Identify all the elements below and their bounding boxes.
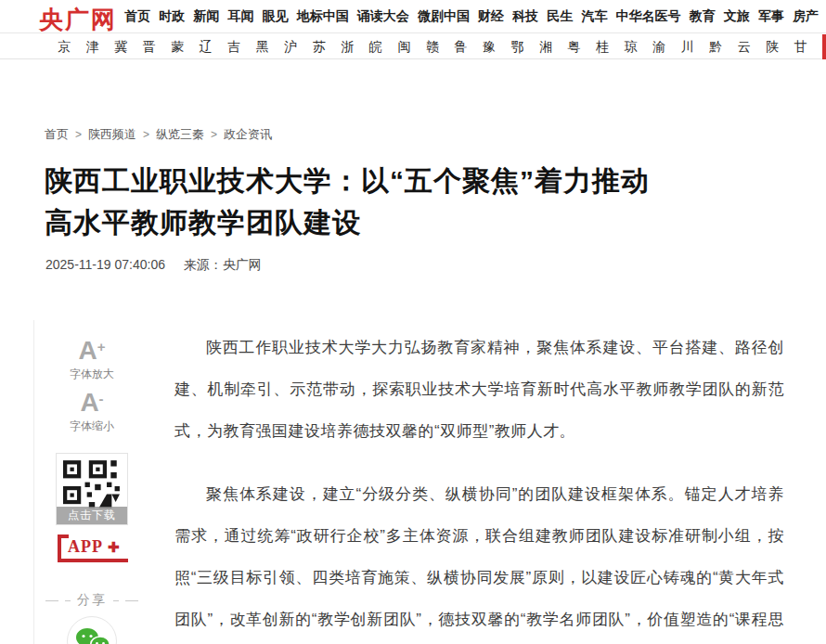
region-shaanxi[interactable]: 陕 <box>766 39 779 56</box>
article-meta: 2025-11-19 07:40:06 来源：央广网 <box>45 257 262 274</box>
app-download-button[interactable]: APP ✚ <box>58 535 128 562</box>
nav-item-livelihood[interactable]: 民生 <box>547 8 573 25</box>
region-zhejiang[interactable]: 浙 <box>341 39 354 56</box>
region-sichuan[interactable]: 川 <box>681 39 694 56</box>
share-divider-line <box>125 600 138 601</box>
region-guizhou[interactable]: 黔 <box>709 39 722 56</box>
region-hebei[interactable]: 冀 <box>114 39 127 56</box>
top-navbar: 央广网 首页 时政 新闻 耳闻 眼见 地标中国 诵读大会 微剧中国 财经 科技 … <box>0 0 826 33</box>
article-paragraph: 聚焦体系建设，建立“分级分类、纵横协同”的团队建设框架体系。锚定人才培养需求，通… <box>174 473 784 644</box>
nav-item-microdrama[interactable]: 微剧中国 <box>418 8 470 25</box>
share-divider-line <box>113 600 119 601</box>
nav-item-education[interactable]: 教育 <box>690 8 716 25</box>
wechat-icon <box>66 615 118 644</box>
region-jilin[interactable]: 吉 <box>227 39 240 56</box>
region-gansu[interactable]: 甘 <box>794 39 807 56</box>
breadcrumb-sanqin[interactable]: 纵览三秦 <box>156 126 204 143</box>
region-anhui[interactable]: 皖 <box>369 39 382 56</box>
region-tianjin[interactable]: 津 <box>86 39 99 56</box>
nav-item-politics[interactable]: 时政 <box>159 8 185 25</box>
region-neimenggu[interactable]: 蒙 <box>171 39 184 56</box>
nav-item-news[interactable]: 新闻 <box>193 8 219 25</box>
font-shrink-label: 字体缩小 <box>41 419 143 434</box>
app-logo-bracket <box>58 535 69 538</box>
breadcrumb-separator: > <box>211 128 217 141</box>
region-guangdong[interactable]: 粤 <box>568 39 581 56</box>
region-yunnan[interactable]: 云 <box>738 39 751 56</box>
region-shandong[interactable]: 鲁 <box>454 39 467 56</box>
nav-item-audio[interactable]: 耳闻 <box>227 8 253 25</box>
region-jiangxi[interactable]: 赣 <box>426 39 439 56</box>
region-jiangsu[interactable]: 苏 <box>313 39 326 56</box>
right-edge-accent <box>822 34 826 59</box>
region-liaoning[interactable]: 辽 <box>200 39 213 56</box>
breadcrumb: 首页 > 陕西频道 > 纵览三秦 > 政企资讯 <box>45 126 272 143</box>
breadcrumb-gov-biz-news[interactable]: 政企资讯 <box>224 126 272 143</box>
font-shrink-symbol: A- <box>41 386 143 416</box>
breadcrumb-shaanxi-channel[interactable]: 陕西频道 <box>88 126 136 143</box>
nav-item-doctors[interactable]: 中华名医号 <box>616 8 681 25</box>
nav-item-video[interactable]: 眼见 <box>263 8 289 25</box>
nav-item-auto[interactable]: 汽车 <box>581 8 607 25</box>
font-enlarge-button[interactable]: A+ 字体放大 <box>41 334 143 382</box>
region-nav: 京 津 冀 晋 蒙 辽 吉 黑 沪 苏 浙 皖 闽 赣 鲁 豫 鄂 湘 粤 桂 … <box>58 34 807 59</box>
region-navbar: 京 津 冀 晋 蒙 辽 吉 黑 沪 苏 浙 皖 闽 赣 鲁 豫 鄂 湘 粤 桂 … <box>0 34 826 59</box>
nav-item-property[interactable]: 房产 <box>793 8 819 25</box>
article-source: 来源：央广网 <box>184 257 262 272</box>
app-download-qr[interactable]: 点击下载 <box>56 453 128 525</box>
share-label: 分享 <box>77 592 107 609</box>
article-body: 陕西工作职业技术大学大力弘扬教育家精神，聚焦体系建设、平台搭建、路径创建、机制牵… <box>174 327 784 644</box>
region-guangxi[interactable]: 桂 <box>596 39 609 56</box>
article-title: 陕西工业职业技术大学：以“五个聚焦”着力推动 高水平教师教学团队建设 <box>45 160 694 243</box>
page: 央广网 首页 时政 新闻 耳闻 眼见 地标中国 诵读大会 微剧中国 财经 科技 … <box>0 0 826 644</box>
nav-item-reading[interactable]: 诵读大会 <box>357 8 409 25</box>
nav-item-home[interactable]: 首页 <box>124 8 150 25</box>
region-henan[interactable]: 豫 <box>483 39 496 56</box>
nav-item-finance[interactable]: 财经 <box>478 8 504 25</box>
nav-item-military[interactable]: 军事 <box>758 8 784 25</box>
region-beijing[interactable]: 京 <box>58 39 71 56</box>
publish-date: 2025-11-19 07:40:06 <box>45 257 165 272</box>
font-shrink-button[interactable]: A- 字体缩小 <box>41 386 143 434</box>
share-divider-line <box>65 600 71 601</box>
breadcrumb-separator: > <box>75 128 82 141</box>
nav-item-culture-travel[interactable]: 文旅 <box>724 8 750 25</box>
breadcrumb-separator: > <box>143 128 149 141</box>
font-enlarge-symbol: A+ <box>41 334 143 364</box>
region-fujian[interactable]: 闽 <box>397 39 410 56</box>
share-section: 分享 <box>41 592 143 609</box>
region-hunan[interactable]: 湘 <box>539 39 552 56</box>
nav-item-landmark-china[interactable]: 地标中国 <box>297 8 349 25</box>
wechat-share-button[interactable] <box>66 615 118 644</box>
breadcrumb-home[interactable]: 首页 <box>45 126 69 143</box>
region-heilongjiang[interactable]: 黑 <box>256 39 269 56</box>
plus-icon: ✚ <box>108 540 120 554</box>
sidebar-divider <box>33 320 34 644</box>
region-shanghai[interactable]: 沪 <box>284 39 297 56</box>
nav-item-tech[interactable]: 科技 <box>512 8 538 25</box>
main-nav: 首页 时政 新闻 耳闻 眼见 地标中国 诵读大会 微剧中国 财经 科技 民生 汽… <box>124 0 819 33</box>
article-paragraph: 陕西工作职业技术大学大力弘扬教育家精神，聚焦体系建设、平台搭建、路径创建、机制牵… <box>174 327 784 452</box>
site-logo[interactable]: 央广网 <box>39 4 117 36</box>
app-label: APP <box>68 537 103 557</box>
region-hainan[interactable]: 琼 <box>625 39 638 56</box>
region-chongqing[interactable]: 渝 <box>652 39 665 56</box>
share-divider-line <box>45 600 58 601</box>
font-enlarge-label: 字体放大 <box>41 367 143 382</box>
qr-caption: 点击下载 <box>57 507 127 524</box>
region-hubei[interactable]: 鄂 <box>511 39 524 56</box>
region-shanxi[interactable]: 晋 <box>143 39 156 56</box>
